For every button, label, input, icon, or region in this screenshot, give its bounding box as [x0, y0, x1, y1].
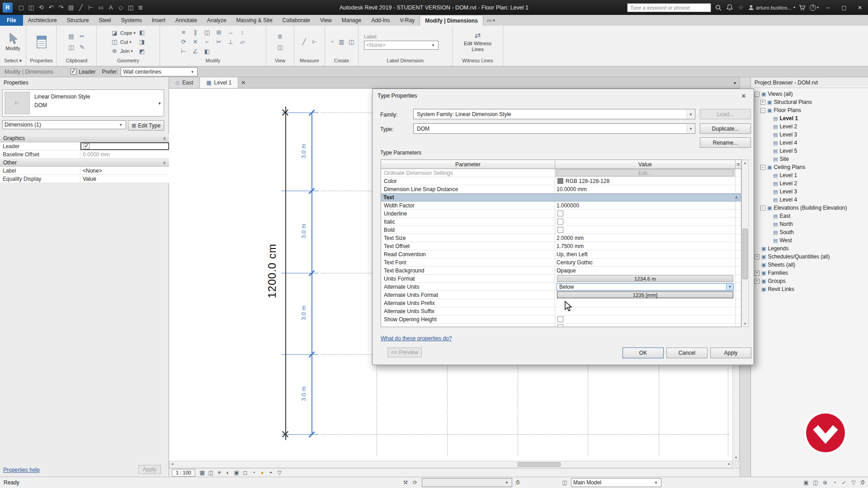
shadows-icon[interactable]: ◐ [224, 469, 232, 477]
checkbox[interactable] [557, 324, 563, 327]
family-select[interactable]: System Family: Linear Dimension Style▾ [413, 109, 695, 119]
parameter-section-text[interactable]: Text∧ [381, 193, 741, 202]
crop-view-icon[interactable]: ▣ [232, 469, 241, 477]
ribbon-tab-manage[interactable]: Manage [337, 15, 366, 26]
editing-requests-icon[interactable]: ⟳ [411, 479, 419, 487]
account-menu[interactable]: arturo.bustios... ▾ [748, 5, 795, 10]
browser-item-families[interactable]: +▣Families [751, 269, 868, 277]
cope-button[interactable]: ◪Cope▾ [110, 28, 136, 37]
wall-joins-icon[interactable]: ◨ [137, 38, 146, 47]
browser-item-level-1[interactable]: ▤Level 1 [751, 171, 868, 179]
parameter-value[interactable]: 10.0000 mm [555, 185, 736, 193]
background-processes-icon[interactable]: ◔ [830, 479, 839, 487]
select-links-icon[interactable]: ✓ [840, 479, 848, 487]
sun-path-icon[interactable]: ☀ [215, 469, 224, 477]
view-tab-level-1[interactable]: ▦Level 1 [200, 77, 238, 88]
detail-group-icon[interactable]: ▥ [338, 38, 346, 47]
panel-label-measure[interactable]: Measure [294, 58, 325, 66]
close-view-button[interactable]: ✕ [238, 77, 248, 88]
panel-label-select[interactable]: Select ▾ [0, 58, 26, 66]
tree-expander[interactable]: − [760, 165, 765, 170]
save-icon[interactable]: ◫ [26, 3, 36, 13]
browser-item-revit-links[interactable]: ▣Revit Links [751, 285, 868, 293]
parameter-value[interactable] [555, 307, 736, 315]
checkbox[interactable] [557, 227, 563, 233]
copy-icon[interactable]: ◫ [67, 43, 76, 52]
tab-list-chevron-icon[interactable]: ▾ [734, 77, 736, 88]
value-select[interactable]: Below▾ [557, 283, 734, 291]
measure-tool-icon[interactable]: ╱ [300, 38, 309, 47]
ribbon-tab-collaborate[interactable]: Collaborate [278, 15, 315, 26]
open-icon[interactable]: ▢ [16, 3, 26, 13]
detail-level-icon[interactable]: ▦ [198, 469, 207, 477]
edit-type-button[interactable]: ▦ Edit Type [128, 120, 164, 131]
scroll-right-arrow[interactable]: ▸ [728, 462, 730, 466]
property-value[interactable]: Value [80, 175, 169, 183]
temporary-view-properties-icon[interactable]: ◓ [267, 469, 275, 477]
rename-button[interactable]: Rename... [700, 137, 751, 148]
browser-item-level-1[interactable]: ▤Level 1 [751, 114, 868, 122]
browser-item-east[interactable]: ▤East [751, 212, 868, 220]
scale-control[interactable]: 1 : 100 [172, 469, 195, 477]
parameter-value[interactable]: Edit... [555, 169, 736, 177]
apply-coping-icon[interactable]: ◧ [137, 28, 146, 37]
search-input[interactable] [627, 3, 711, 12]
dimension-segment-value[interactable]: 3.0 m [300, 144, 307, 159]
parameter-value[interactable] [555, 315, 736, 323]
print-icon[interactable]: ▤ [66, 3, 76, 13]
browser-item-legends[interactable]: ▣Legends [751, 244, 868, 253]
browser-item-level-4[interactable]: ▤Level 4 [751, 139, 868, 147]
table-scroll-thumb[interactable] [742, 229, 748, 279]
value-button[interactable]: 1234.6 m [557, 275, 733, 282]
scale-icon[interactable]: ▱ [238, 38, 247, 47]
parameter-value[interactable]: Up, then Left [555, 250, 736, 258]
parameter-value[interactable]: 2.0000 mm [555, 234, 736, 242]
value-button[interactable]: 1235 [mm] [557, 291, 733, 298]
tree-expander[interactable]: + [755, 279, 760, 284]
modify-tool-button[interactable]: Modify [3, 32, 23, 52]
aligned-dimension-icon[interactable]: ⊢ [86, 3, 96, 13]
filter-icon[interactable]: ▽ [849, 479, 858, 487]
browser-item-level-5[interactable]: ▤Level 5 [751, 147, 868, 155]
properties-toggle-button[interactable] [33, 34, 50, 50]
worksets-select[interactable]: ▾ [422, 478, 512, 487]
tag-by-category-icon[interactable]: ▭ [96, 3, 106, 13]
checkbox[interactable] [84, 143, 90, 149]
scroll-left-arrow[interactable]: ◂ [171, 462, 173, 466]
delete-icon[interactable]: ✕ [191, 38, 200, 47]
browser-item-site[interactable]: ▤Site [751, 155, 868, 163]
rotate-icon[interactable]: ⟳ [179, 38, 188, 47]
panel-label-properties[interactable]: Properties [26, 58, 57, 66]
insulation-icon[interactable]: ◔ [328, 38, 336, 47]
editable-only-icon[interactable]: ▣ [802, 479, 810, 487]
checkbox[interactable] [557, 219, 563, 225]
maximize-button[interactable]: ▢ [838, 2, 850, 13]
parameter-value[interactable] [555, 210, 736, 217]
ribbon-tab-modify-dimensions[interactable]: Modify | Dimensions [420, 15, 483, 26]
ribbon-tab-massing-site[interactable]: Massing & Site [231, 15, 278, 26]
default-3d-view-icon[interactable]: ◇ [116, 3, 126, 13]
dialog-close-button[interactable]: ✕ [739, 91, 749, 100]
cut-button[interactable]: ◫Cut▾ [110, 38, 136, 46]
dimension-segment-value[interactable]: 3.0 m [300, 224, 307, 239]
property-value[interactable]: 0.0000 mm [80, 150, 169, 158]
ribbon-tab-annotate[interactable]: Annotate [170, 15, 202, 26]
browser-item-south[interactable]: ▤South [751, 228, 868, 236]
table-scrollbar[interactable]: ▴ ▾ [741, 160, 749, 327]
browser-item-ceiling-plans[interactable]: −▣Ceiling Plans [751, 163, 868, 171]
tree-expander[interactable]: − [760, 108, 765, 113]
reveal-hidden-elements-icon[interactable]: ● [258, 469, 267, 477]
copy-tool-icon[interactable]: ↕ [238, 28, 247, 37]
paint-icon[interactable]: ◩ [137, 47, 146, 56]
parameter-value[interactable]: 1234.6 m [555, 275, 736, 282]
panel-label-create[interactable]: Create [325, 58, 358, 66]
project-browser-title[interactable]: Project Browser - DOM.rvt [751, 77, 868, 88]
tree-expander[interactable]: + [755, 271, 760, 276]
ribbon-tab-add-ins[interactable]: Add-Ins [366, 15, 395, 26]
dimension-segment-value[interactable]: 3.0 m [300, 305, 307, 320]
close-hidden-windows-icon[interactable]: ◫ [276, 43, 285, 52]
search-icon[interactable] [714, 5, 722, 11]
move-icon[interactable]: ↔ [226, 28, 235, 37]
browser-item-north[interactable]: ▤North [751, 220, 868, 228]
cut-icon[interactable]: ✂ [78, 32, 87, 41]
